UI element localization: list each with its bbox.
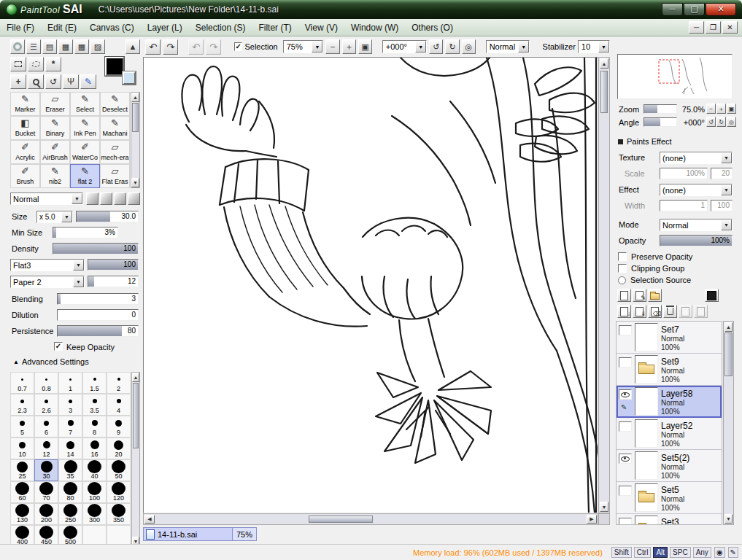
zoom-out-button[interactable]: − bbox=[325, 39, 339, 54]
brush-size-0.8[interactable]: 0.8 bbox=[34, 372, 58, 394]
brush-size-12[interactable]: 12 bbox=[34, 438, 58, 459]
brush-size-2.6[interactable]: 2.6 bbox=[34, 394, 58, 416]
tool-mech-era[interactable]: ▱mech-era bbox=[100, 140, 130, 164]
brush-size-350[interactable]: 350 bbox=[107, 503, 131, 525]
visibility-toggle[interactable] bbox=[619, 421, 632, 432]
navigator-zoom-slider[interactable] bbox=[644, 104, 677, 114]
brush-size-25[interactable]: 25 bbox=[10, 459, 34, 481]
layer-row-set3[interactable]: Set3Normal100% bbox=[617, 514, 722, 525]
zoom-fit-button[interactable]: ▣ bbox=[358, 39, 372, 54]
mdi-restore-button[interactable]: ❐ bbox=[706, 21, 721, 34]
rotate-ccw-button[interactable]: ↺ bbox=[706, 117, 716, 127]
tool-brush[interactable]: ✐Brush bbox=[10, 164, 40, 188]
foreground-color-swatch[interactable] bbox=[105, 57, 124, 76]
chevron-down-icon[interactable]: ▼ bbox=[73, 276, 84, 287]
brush-size-6[interactable]: 6 bbox=[34, 416, 58, 438]
tool-binary[interactable]: ✎Binary bbox=[40, 116, 70, 140]
lasso-tool[interactable] bbox=[28, 57, 44, 71]
brush-size-200[interactable]: 200 bbox=[34, 503, 58, 525]
undo-button[interactable]: ↶ bbox=[145, 39, 161, 55]
tool-bucket[interactable]: ◧Bucket bbox=[10, 116, 40, 140]
brush-size-20[interactable]: 20 bbox=[107, 438, 131, 459]
menu-edit-e[interactable]: Edit (E) bbox=[41, 20, 83, 35]
dilution-slider[interactable]: 0 bbox=[57, 309, 139, 321]
scrollbar-thumb[interactable] bbox=[724, 332, 733, 376]
brush-size-14[interactable]: 14 bbox=[58, 438, 82, 459]
visibility-toggle[interactable] bbox=[619, 454, 632, 464]
zoom-in-button[interactable]: ＋ bbox=[716, 104, 726, 114]
zoom-out-button[interactable]: − bbox=[706, 104, 716, 114]
rotate-cw-button[interactable]: ↻ bbox=[716, 117, 726, 127]
chevron-down-icon[interactable]: ▼ bbox=[721, 219, 732, 230]
menu-others-o[interactable]: Others (O) bbox=[405, 20, 460, 35]
tool-nib2[interactable]: ✎nib2 bbox=[40, 164, 70, 188]
tool-acrylic[interactable]: ✐Acrylic bbox=[10, 140, 40, 164]
menu-file-f[interactable]: File (F) bbox=[0, 20, 41, 35]
brush-size-3.5[interactable]: 3.5 bbox=[82, 394, 107, 416]
redo-selection-button[interactable]: ↷ bbox=[206, 39, 221, 55]
tool-flat-2[interactable]: ✎flat 2 bbox=[70, 164, 100, 188]
brush-size-50[interactable]: 50 bbox=[107, 459, 131, 481]
advanced-settings-toggle[interactable]: ▲ Advanced Settings bbox=[9, 357, 142, 369]
brush-size-35[interactable]: 35 bbox=[58, 459, 82, 481]
brush-size-40[interactable]: 40 bbox=[82, 459, 107, 481]
brush-size-4[interactable]: 4 bbox=[107, 394, 131, 416]
brush-size-250[interactable]: 250 bbox=[58, 503, 82, 525]
maximize-button[interactable]: ▢ bbox=[684, 3, 705, 16]
undo-selection-button[interactable]: ↶ bbox=[188, 39, 204, 55]
chevron-down-icon[interactable]: ▼ bbox=[721, 184, 732, 195]
rotate-view-tool[interactable]: ↺ bbox=[45, 74, 61, 89]
texture-scale-extra[interactable]: 20 bbox=[711, 168, 733, 179]
tool-flat-eras[interactable]: ▱Flat Eras bbox=[100, 164, 130, 188]
brush-size-5[interactable]: 5 bbox=[10, 416, 34, 438]
rect-select-tool[interactable] bbox=[10, 57, 26, 71]
brush-size-7[interactable]: 7 bbox=[58, 416, 82, 438]
size-multiplier-combo[interactable]: x 5.0 ▼ bbox=[36, 211, 73, 223]
canvas-horizontal-scrollbar[interactable]: ◀ ▶ bbox=[143, 513, 598, 525]
brush-size-120[interactable]: 120 bbox=[107, 481, 131, 503]
magic-wand-tool[interactable]: * bbox=[45, 57, 61, 71]
selection-checkbox[interactable]: ✓ bbox=[234, 42, 243, 51]
menu-layer-l[interactable]: Layer (L) bbox=[141, 20, 189, 35]
visibility-toggle[interactable] bbox=[619, 389, 632, 400]
menu-view-v[interactable]: View (V) bbox=[298, 20, 344, 35]
color-mixer-tab[interactable]: ▤ bbox=[42, 39, 57, 54]
canvas[interactable] bbox=[143, 57, 598, 513]
tool-select[interactable]: ✎Select bbox=[70, 92, 100, 116]
tool-marker[interactable]: ✎Marker bbox=[10, 92, 40, 116]
size-slider[interactable]: 30.0 bbox=[76, 211, 139, 222]
tool-deselect[interactable]: ✎Deselect bbox=[100, 92, 130, 116]
blending-slider[interactable]: 3 bbox=[57, 293, 139, 305]
rotate-cw-button[interactable]: ↻ bbox=[445, 39, 459, 54]
layer-row-set5-2[interactable]: Set5(2)Normal100% bbox=[617, 450, 722, 482]
visibility-toggle[interactable] bbox=[619, 486, 632, 496]
mdi-minimize-button[interactable]: ─ bbox=[689, 21, 704, 34]
check-preserve-opacity[interactable]: Preserve Opacity bbox=[614, 251, 736, 262]
scrollbar-thumb[interactable] bbox=[133, 383, 139, 448]
check-clipping-group[interactable]: Clipping Group bbox=[614, 262, 736, 274]
min-size-slider[interactable]: 3% bbox=[53, 227, 118, 238]
brush-preset-3[interactable] bbox=[114, 192, 126, 205]
layer-row-set5[interactable]: Set5Normal100% bbox=[617, 482, 722, 514]
tool-machani[interactable]: ✎Machani bbox=[100, 116, 130, 140]
swatches-tab[interactable]: ▦ bbox=[58, 39, 73, 54]
background-color-swatch[interactable] bbox=[123, 71, 136, 85]
visibility-toggle[interactable] bbox=[619, 325, 632, 335]
texture-scale-slider[interactable]: 100% bbox=[660, 168, 708, 179]
angle-combo[interactable]: +000° ▼ bbox=[382, 40, 427, 53]
layer-extra-button-2[interactable] bbox=[694, 305, 708, 318]
paper-texture-combo[interactable]: Paper 2 ▼ bbox=[10, 276, 85, 288]
effect-combo[interactable]: (none) ▼ bbox=[660, 184, 733, 196]
scroll-up-icon[interactable]: ▲ bbox=[132, 373, 139, 382]
visibility-toggle[interactable] bbox=[619, 357, 632, 368]
brush-size-1[interactable]: 1 bbox=[58, 372, 82, 394]
tool-eraser[interactable]: ▱Eraser bbox=[40, 92, 70, 116]
new-layer-set-button[interactable] bbox=[648, 289, 662, 302]
brush-size-2[interactable]: 2 bbox=[107, 372, 131, 394]
panel-scroll-up-button[interactable]: ▲ bbox=[125, 39, 140, 54]
new-layer-button[interactable] bbox=[617, 289, 631, 302]
rotate-ccw-button[interactable]: ↺ bbox=[429, 39, 443, 54]
menu-canvas-c[interactable]: Canvas (C) bbox=[83, 20, 141, 35]
scroll-up-icon[interactable]: ▲ bbox=[600, 58, 608, 69]
redo-button[interactable]: ↷ bbox=[163, 39, 178, 55]
